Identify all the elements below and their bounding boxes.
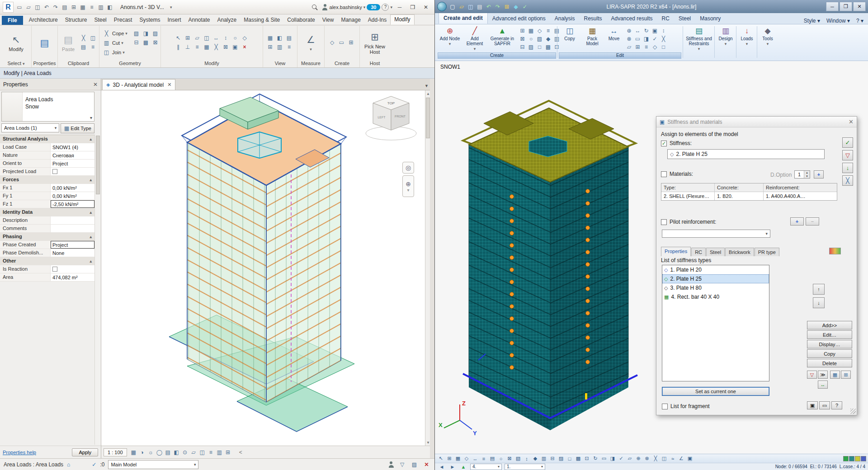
property-value[interactable]: None bbox=[51, 249, 94, 257]
stiffness-checkbox[interactable]: ✓ bbox=[661, 141, 667, 146]
edit-tool-icon[interactable]: ◨ bbox=[642, 35, 651, 43]
toolbar-icon[interactable]: ▦ bbox=[454, 455, 462, 462]
property-row[interactable]: Load Case ▴ SNOW1 (4) bbox=[0, 143, 94, 151]
quick-access-icon[interactable]: ▢ bbox=[448, 2, 457, 11]
ribbon-tab[interactable]: View bbox=[319, 15, 338, 25]
help-chevron-icon[interactable]: ▾ bbox=[390, 5, 392, 9]
table-edit-icon[interactable]: ▦ bbox=[830, 371, 840, 379]
ribbon-tab[interactable]: Analyze bbox=[214, 15, 241, 25]
ribbon-tab[interactable]: Analysis bbox=[550, 14, 580, 24]
property-row[interactable]: Is Reaction ▴ bbox=[0, 265, 94, 273]
modify-tool-icon[interactable]: ⊥ bbox=[184, 43, 192, 51]
cut-icon[interactable]: ╳ bbox=[842, 175, 853, 186]
spin-up-icon[interactable]: ▲ bbox=[804, 171, 810, 174]
dialog-tab[interactable]: Brickwork bbox=[725, 248, 754, 256]
ribbon-tab[interactable]: Insert bbox=[164, 15, 184, 25]
ribbon-tab[interactable]: Steel bbox=[90, 15, 110, 25]
toolbar-icon[interactable]: ▱ bbox=[626, 455, 634, 462]
property-row[interactable]: Orient to ▴ Project bbox=[0, 160, 94, 168]
quick-access-icon[interactable]: ◫ bbox=[33, 3, 42, 12]
ribbon-tab[interactable]: Manage bbox=[337, 15, 364, 25]
pilot-checkbox-row[interactable]: Pilot reinforcement: bbox=[661, 219, 716, 225]
ribbon-tab[interactable]: Modify bbox=[390, 14, 414, 25]
toolbar-icon[interactable]: ▤ bbox=[488, 455, 496, 462]
quick-access-icon[interactable]: ⊞ bbox=[69, 3, 78, 12]
toolbar-icon[interactable]: ▨ bbox=[557, 455, 565, 462]
edit-tool-icon[interactable]: ✓ bbox=[651, 35, 659, 43]
create-tool-icon[interactable]: ▨ bbox=[527, 43, 535, 51]
toolbar-icon[interactable]: ▭ bbox=[600, 455, 608, 462]
fragment-checkbox[interactable] bbox=[662, 404, 668, 409]
modify-tool-icon[interactable]: ▣ bbox=[231, 43, 240, 51]
toolbar-icon[interactable]: ⊟ bbox=[548, 455, 557, 462]
ribbon-tab[interactable]: Systems bbox=[136, 15, 164, 25]
properties-scrollbar[interactable] bbox=[94, 135, 101, 445]
search-icon[interactable] bbox=[311, 4, 318, 10]
cope-button[interactable]: ╳Cope▾ bbox=[102, 29, 127, 38]
home-icon[interactable]: ⌂ bbox=[67, 461, 70, 468]
pilot-add-button[interactable]: + bbox=[790, 217, 804, 226]
modify-tool-icon[interactable]: ↔ bbox=[212, 34, 221, 42]
ribbon-tab[interactable]: Advanced results bbox=[607, 14, 657, 24]
dialog-close-icon[interactable]: ✕ bbox=[849, 118, 854, 125]
clipboard-tool-icon[interactable]: ≡ bbox=[89, 43, 97, 51]
toolbar-icon[interactable]: □ bbox=[566, 455, 574, 462]
view-control-icon[interactable]: ▥ bbox=[215, 448, 224, 456]
property-row[interactable]: Phase Created ▴ Project bbox=[0, 241, 94, 249]
stiffness-restraints-button[interactable]: ▤ Stiffness and Restraints▾ bbox=[685, 26, 713, 58]
edit-tool-icon[interactable]: ╳ bbox=[659, 35, 668, 43]
user-menu-chevron-icon[interactable]: ▾ bbox=[363, 5, 366, 9]
geometry-tool-icon[interactable]: ▨ bbox=[151, 29, 160, 38]
ribbon-tab[interactable]: Masonry bbox=[695, 14, 725, 24]
materials-checkbox-row[interactable]: Materials: bbox=[661, 171, 693, 177]
paste-button[interactable]: ▤ Paste bbox=[59, 34, 78, 52]
quick-access-icon[interactable]: ▱ bbox=[457, 2, 466, 11]
property-row[interactable]: Projected Load ▴ bbox=[0, 168, 94, 176]
ribbon-tab[interactable]: Precast bbox=[110, 15, 136, 25]
cell-reinforcement[interactable]: 1. A400.A400.A… bbox=[764, 192, 837, 200]
view-tool-icon[interactable]: ▥ bbox=[275, 43, 284, 51]
toolbar-icon[interactable]: ⊗ bbox=[643, 455, 651, 462]
modify-tool-icon[interactable]: ↖ bbox=[174, 34, 183, 42]
property-row[interactable]: Nature ▴ Снеговая bbox=[0, 151, 94, 160]
edit-type-button[interactable]: ▦ Edit Type bbox=[61, 123, 94, 133]
stiffness-checkbox-row[interactable]: ✓ Stiffness: bbox=[661, 140, 692, 146]
select-toggle-icon[interactable]: ▨ bbox=[410, 461, 419, 469]
filter-icon[interactable]: ▽ bbox=[398, 461, 406, 469]
modify-tool-icon[interactable]: ⊞ bbox=[184, 34, 192, 42]
materials-table[interactable]: Type: Concrete: Reinforcement: 2. SHELL … bbox=[661, 183, 837, 201]
tools-button[interactable]: ◆ Tools▾ bbox=[759, 26, 777, 58]
view-control-icon[interactable]: ◑ bbox=[138, 448, 146, 456]
toolbar-icon[interactable]: ↔ bbox=[471, 455, 479, 462]
legend-olive[interactable] bbox=[855, 456, 860, 461]
view-control-icon[interactable]: ◫ bbox=[198, 448, 207, 456]
add-element-button[interactable]: ╱ Add Element▾ bbox=[462, 26, 487, 52]
view-control-icon[interactable]: ◧ bbox=[172, 448, 181, 456]
cell-type[interactable]: 2. SHELL (Flexure… bbox=[661, 192, 715, 200]
quick-access-icon[interactable]: ≡ bbox=[87, 3, 96, 12]
quick-access-icon[interactable]: ▤ bbox=[60, 3, 69, 12]
quick-access-icon[interactable]: ▭ bbox=[15, 3, 24, 12]
dialog-tab[interactable]: Properties bbox=[661, 247, 691, 256]
set-current-button[interactable]: Set as current one bbox=[662, 387, 769, 396]
view-tool-icon[interactable]: ≡ bbox=[285, 43, 293, 51]
restore-button[interactable]: ❒ bbox=[407, 2, 419, 12]
dialog-titlebar[interactable]: ▣ Stiffness and materials ✕ bbox=[656, 117, 857, 127]
edit-tool-icon[interactable]: ⊞ bbox=[633, 43, 642, 51]
property-row[interactable]: Phasing ▴ bbox=[0, 233, 94, 241]
create-tool-icon[interactable]: ◇ bbox=[328, 38, 336, 47]
create-tool-icon[interactable]: ⊞ bbox=[518, 27, 527, 35]
create-tool-icon[interactable]: ▧ bbox=[535, 35, 544, 43]
edit-tool-icon[interactable]: ↻ bbox=[642, 27, 651, 35]
edit-tool-icon[interactable]: ▭ bbox=[633, 35, 642, 43]
modify-tool-icon[interactable]: × bbox=[241, 43, 249, 51]
pick-new-host-button[interactable]: ⊞ Pick New Host bbox=[361, 31, 388, 55]
view-tool-icon[interactable]: ▤ bbox=[285, 34, 293, 42]
view-tool-icon[interactable]: ▦ bbox=[266, 34, 274, 42]
property-value[interactable]: Project bbox=[51, 160, 94, 167]
property-row[interactable]: Fz 1 ▴ -2,50 kN/m² bbox=[0, 200, 94, 208]
ribbon-tab[interactable]: Create and edit bbox=[439, 13, 488, 24]
legend-teal[interactable] bbox=[849, 456, 854, 461]
edit-tool-icon[interactable]: ▱ bbox=[625, 43, 633, 51]
clipboard-tool-icon[interactable]: ╳ bbox=[79, 34, 88, 42]
